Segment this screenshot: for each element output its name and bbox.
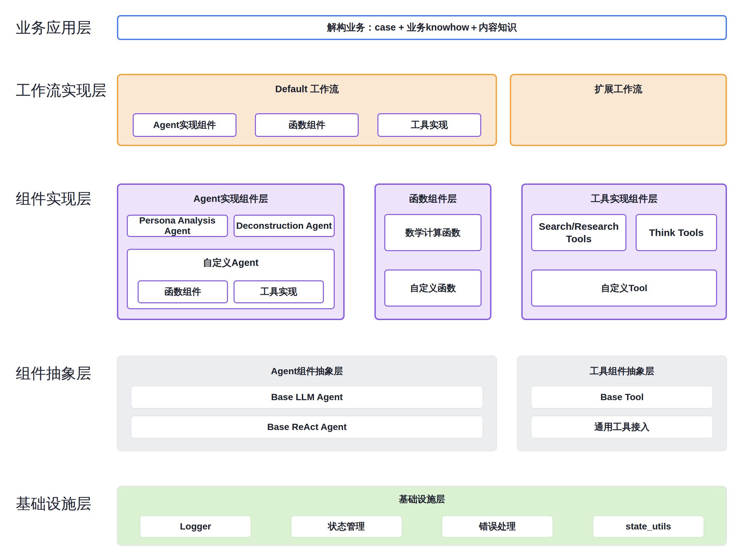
deconstruction-agent-box: Deconstruction Agent xyxy=(233,215,335,237)
layer-label-workflow: 工作流实现层 xyxy=(0,74,117,99)
generic-tool-access-box: 通用工具接入 xyxy=(531,416,713,439)
business-layer-content: 解构业务：case + 业务knowhow＋内容知识 xyxy=(117,15,727,40)
infrastructure-panel: 基础设施层 Logger 状态管理 错误处理 state_utils xyxy=(117,486,727,546)
agent-components-items: Persona Analysis Agent Deconstruction Ag… xyxy=(127,215,335,237)
tool-components-panel: 工具实现组件层 Search/Research Tools Think Tool… xyxy=(521,183,727,320)
component-layer-row: 组件实现层 Agent实现组件层 Persona Analysis Agent … xyxy=(0,183,745,320)
tool-impl-box: 工具实现 xyxy=(378,113,481,137)
custom-function-box: 自定义函数 xyxy=(384,270,482,307)
tool-abstraction-panel: 工具组件抽象层 Base Tool 通用工具接入 xyxy=(517,355,727,451)
tool-abstraction-title: 工具组件抽象层 xyxy=(531,356,713,378)
infrastructure-items: Logger 状态管理 错误处理 state_utils xyxy=(140,515,704,538)
custom-tool-box: 自定义Tool xyxy=(531,270,717,307)
infrastructure-layer-row: 基础设施层 基础设施层 Logger 状态管理 错误处理 state_utils xyxy=(0,486,745,546)
extended-workflow-title: 扩展工作流 xyxy=(525,75,711,96)
agent-abstraction-panel: Agent组件抽象层 Base LLM Agent Base ReAct Age… xyxy=(117,355,497,451)
workflow-layer-row: 工作流实现层 Default 工作流 Agent实现组件 函数组件 工具实现 扩… xyxy=(0,74,745,146)
business-box: 解构业务：case + 业务knowhow＋内容知识 xyxy=(117,15,727,40)
agent-components-panel: Agent实现组件层 Persona Analysis Agent Decons… xyxy=(117,183,345,320)
custom-agent-box: 自定义Agent 函数组件 工具实现 xyxy=(127,249,335,309)
layer-label-abstraction: 组件抽象层 xyxy=(0,355,117,382)
agent-abstraction-title: Agent组件抽象层 xyxy=(131,356,483,378)
search-research-tools-box: Search/Research Tools xyxy=(531,214,626,251)
infrastructure-layer-content: 基础设施层 Logger 状态管理 错误处理 state_utils xyxy=(117,486,727,546)
persona-analysis-agent-box: Persona Analysis Agent xyxy=(127,215,228,237)
base-llm-agent-box: Base LLM Agent xyxy=(131,386,483,409)
error-handling-box: 错误处理 xyxy=(442,515,553,538)
custom-agent-function-box: 函数组件 xyxy=(138,280,228,303)
math-function-box: 数学计算函数 xyxy=(384,214,482,251)
function-component-box: 函数组件 xyxy=(255,113,359,137)
business-box-text: 解构业务：case + 业务knowhow＋内容知识 xyxy=(327,21,517,34)
abstraction-layer-row: 组件抽象层 Agent组件抽象层 Base LLM Agent Base ReA… xyxy=(0,355,745,451)
default-workflow-items: Agent实现组件 函数组件 工具实现 xyxy=(133,113,481,137)
infrastructure-title: 基础设施层 xyxy=(140,487,704,505)
business-layer-row: 业务应用层 解构业务：case + 业务knowhow＋内容知识 xyxy=(0,15,745,40)
workflow-layer-content: Default 工作流 Agent实现组件 函数组件 工具实现 扩展工作流 xyxy=(117,74,727,146)
default-workflow-panel: Default 工作流 Agent实现组件 函数组件 工具实现 xyxy=(117,74,497,146)
architecture-diagram: 业务应用层 解构业务：case + 业务knowhow＋内容知识 工作流实现层 … xyxy=(0,15,745,560)
layer-label-business: 业务应用层 xyxy=(0,19,117,36)
function-components-panel: 函数组件层 数学计算函数 自定义函数 xyxy=(375,183,492,320)
layer-label-infrastructure: 基础设施层 xyxy=(0,486,117,513)
default-workflow-title: Default 工作流 xyxy=(133,75,481,96)
component-layer-content: Agent实现组件层 Persona Analysis Agent Decons… xyxy=(117,183,727,320)
agent-components-title: Agent实现组件层 xyxy=(127,185,335,206)
state-management-box: 状态管理 xyxy=(291,515,402,538)
extended-workflow-panel: 扩展工作流 xyxy=(510,74,727,146)
layer-label-components: 组件实现层 xyxy=(0,183,117,207)
tool-components-title: 工具实现组件层 xyxy=(531,185,717,206)
state-utils-box: state_utils xyxy=(592,515,704,538)
custom-agent-title: 自定义Agent xyxy=(138,250,324,270)
logger-box: Logger xyxy=(140,515,251,538)
function-components-title: 函数组件层 xyxy=(384,185,482,206)
think-tools-box: Think Tools xyxy=(636,214,717,251)
agent-impl-component-box: Agent实现组件 xyxy=(133,113,236,137)
tool-components-items: Search/Research Tools Think Tools xyxy=(531,214,717,251)
base-tool-box: Base Tool xyxy=(531,386,713,409)
custom-agent-items: 函数组件 工具实现 xyxy=(138,280,324,303)
custom-agent-tool-box: 工具实现 xyxy=(233,280,324,303)
abstraction-layer-content: Agent组件抽象层 Base LLM Agent Base ReAct Age… xyxy=(117,355,727,451)
base-react-agent-box: Base ReAct Agent xyxy=(131,416,483,439)
